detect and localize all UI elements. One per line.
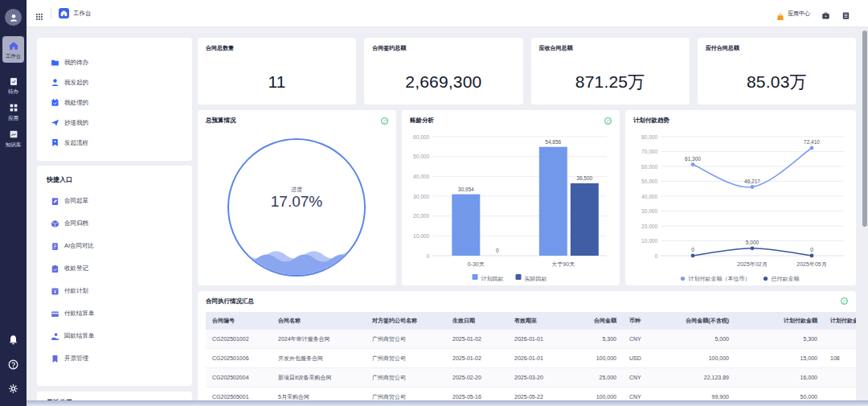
rail-item-workbench[interactable]: 工作台 <box>2 36 24 63</box>
svg-text:30,954: 30,954 <box>458 187 474 192</box>
notes-icon[interactable] <box>841 9 850 18</box>
table-cell: 开发外包服务合同 <box>272 349 366 368</box>
quick-entry-payment-settlement[interactable]: 付款结算单 <box>37 302 192 325</box>
svg-text:30,000: 30,000 <box>413 194 429 199</box>
svg-text:80,000: 80,000 <box>641 134 657 140</box>
help-icon[interactable] <box>8 359 18 369</box>
quick-entry-payment-plan[interactable]: 付款计划 <box>37 280 192 302</box>
table-cell: 2025-01-02 <box>446 330 508 349</box>
folder-icon <box>51 58 59 67</box>
sidebar-item-my-todo[interactable]: 我的待办 <box>37 52 192 72</box>
vertical-scrollbar-thumb[interactable] <box>862 31 867 227</box>
left-rail: 工作台 待办 应用 知识库 <box>0 0 27 406</box>
stat-card-payable-total: 应付合同总额 85.03万 <box>698 38 856 105</box>
apps-icon <box>9 103 18 113</box>
svg-text:60,000: 60,000 <box>413 134 429 140</box>
table-row[interactable]: CG2025010022024年审计服务合同广州商贸公司2025-01-0220… <box>206 330 856 349</box>
flag-icon <box>51 138 59 147</box>
home-icon <box>59 8 69 18</box>
bell-icon[interactable] <box>8 334 18 344</box>
payment-trend-card: 计划付款趋势 010,00020,00030,00040,00050,00060… <box>625 110 856 285</box>
table-cell: 22,123.89 <box>667 368 735 388</box>
stat-card-contract-signed-total: 合同签约总额 2,669,300 <box>364 38 522 105</box>
svg-text:46,217: 46,217 <box>744 178 760 184</box>
knowledge-icon <box>9 129 18 139</box>
tab-label: 工作台 <box>73 10 92 18</box>
column-header[interactable]: 合同金额(不含税) <box>667 312 735 330</box>
home-icon <box>9 41 18 51</box>
table-cell: 2025-03-20 <box>508 368 570 388</box>
column-header[interactable]: 合同编号 <box>206 312 272 330</box>
column-header[interactable]: 有效期至 <box>508 312 570 330</box>
gauge-value: 17.07% <box>229 193 364 211</box>
contract-summary-card: 合同执行情况汇总 合同编号合同名称对方签约公司名称生效日期有效期至合同金额币种合… <box>198 291 856 406</box>
table-cell: 100,000 <box>667 349 735 368</box>
table-cell: CG202501002 <box>206 330 272 349</box>
rail-item-knowledge[interactable]: 知识库 <box>2 129 24 147</box>
table-cell: 2024年审计服务合同 <box>272 330 366 349</box>
sidebar-item-start-process[interactable]: 发起流程 <box>37 133 192 153</box>
quick-entry-contract-draft[interactable]: 合同起草 <box>37 190 192 212</box>
quick-entry-collection-settlement[interactable]: 回款结算单 <box>37 325 192 347</box>
table-cell: CG202501006 <box>206 349 272 368</box>
quick-entry-ai-contract-compare[interactable]: AI合同对比 <box>37 235 192 257</box>
card-action-icon[interactable] <box>381 117 388 125</box>
briefcase-icon[interactable] <box>821 9 830 18</box>
column-header[interactable]: 合同金额 <box>570 312 623 330</box>
liquid-gauge: 进度 17.07% <box>227 138 366 277</box>
legend-item[interactable]: 计划付款金额（本位币） <box>681 276 751 282</box>
quick-entry-receipt-register[interactable]: 收款登记 <box>37 257 192 280</box>
quick-entry-contract-archive[interactable]: 合同归档 <box>37 212 192 235</box>
stat-card-contract-total-count: 合同总数量 11 <box>198 38 356 105</box>
svg-text:30,000: 30,000 <box>641 208 657 214</box>
legend-item[interactable]: 计划回款 <box>473 274 504 282</box>
column-header[interactable]: 对方签约公司名称 <box>366 312 446 330</box>
sidebar-item-cc-to-me[interactable]: 抄送我的 <box>37 113 192 133</box>
column-header[interactable]: 合同名称 <box>272 312 366 330</box>
table-cell: 广州商贸公司 <box>366 330 446 349</box>
quick-entry-invoice-management[interactable]: 开票管理 <box>37 347 192 370</box>
contract-table: 合同编号合同名称对方签约公司名称生效日期有效期至合同金额币种合同金额(不含税)计… <box>206 312 856 406</box>
table-cell: 5,300 <box>735 330 824 349</box>
column-header[interactable]: 生效日期 <box>446 312 508 330</box>
user-avatar[interactable] <box>5 9 22 26</box>
yen-square-icon <box>51 287 59 296</box>
table-header-row: 合同编号合同名称对方签约公司名称生效日期有效期至合同金额币种合同金额(不含税)计… <box>206 312 856 330</box>
app-center-button[interactable]: 应用中心 <box>776 10 810 18</box>
contract-table-wrap: 合同编号合同名称对方签约公司名称生效日期有效期至合同金额币种合同金额(不含税)计… <box>206 312 856 406</box>
rail-item-todo[interactable]: 待办 <box>2 76 24 94</box>
quick-entry-panel: 快捷入口 合同起草合同归档AI合同对比收款登记付款计划付款结算单回款结算单开票管… <box>37 166 192 386</box>
table-row[interactable]: CG202501006开发外包服务合同广州商贸公司2025-01-022026-… <box>206 349 856 368</box>
card-action-icon[interactable] <box>604 117 612 125</box>
table-cell: 2025-02-20 <box>446 368 508 388</box>
aging-analysis-title: 账龄分析 <box>410 117 434 125</box>
card-action-icon[interactable] <box>841 297 848 305</box>
app-center-label: 应用中心 <box>788 10 810 18</box>
legend-item[interactable]: 实际回款 <box>516 274 547 282</box>
legend-item[interactable]: 已付款金额 <box>764 276 800 282</box>
stats-row: 合同总数量 11 合同签约总额 2,669,300 应收合同总额 871.25万… <box>198 38 856 105</box>
column-header[interactable]: 计划付款金额 <box>735 312 824 330</box>
gear-icon[interactable] <box>8 383 18 393</box>
column-header[interactable]: 计划付款金额（本位 <box>824 312 856 330</box>
svg-text:50,000: 50,000 <box>413 154 429 159</box>
svg-text:实际回款: 实际回款 <box>525 276 547 282</box>
budget-gauge-title: 总预算情况 <box>206 117 236 125</box>
apps-grid-icon[interactable] <box>35 10 43 18</box>
payment-trend-line-chart: 010,00020,00030,00040,00050,00060,00070,… <box>625 131 856 289</box>
bar-chart-svg: 010,00020,00030,00040,00050,00060,00030,… <box>402 131 620 285</box>
table-row[interactable]: CG202502004新项目it设备采购合同广州商贸公司2025-02-2020… <box>206 368 856 388</box>
sidebar-item-my-processed[interactable]: 我处理的 <box>37 92 192 113</box>
column-header[interactable]: 币种 <box>623 312 667 330</box>
cube-icon <box>51 219 59 228</box>
sidebar-item-my-initiated[interactable]: 我发起的 <box>37 72 192 92</box>
svg-text:0: 0 <box>496 248 499 253</box>
doc-pencil-icon <box>51 197 59 206</box>
tab-workbench[interactable]: 工作台 <box>59 8 92 18</box>
rail-item-apps[interactable]: 应用 <box>2 103 24 121</box>
aging-analysis-card: 账龄分析 010,00020,00030,00040,00050,00060,0… <box>402 110 620 285</box>
table-cell <box>824 330 856 349</box>
horizontal-scrollbar[interactable] <box>27 400 868 406</box>
svg-text:计划回款: 计划回款 <box>481 276 504 282</box>
table-cell: 5,300 <box>570 330 623 349</box>
